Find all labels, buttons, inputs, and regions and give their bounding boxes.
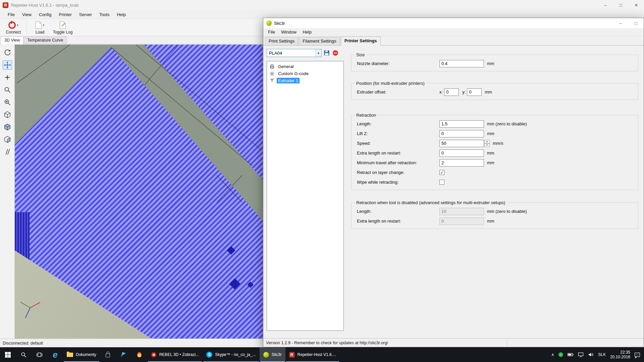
unit-label: mm: [487, 219, 494, 224]
connect-label: Connect: [6, 30, 21, 35]
search-button[interactable]: [16, 347, 32, 362]
antivirus-tray-button[interactable]: ✓: [558, 352, 563, 357]
antivirus-icon: ✓: [558, 352, 563, 357]
menu-printer[interactable]: Printer: [55, 12, 75, 17]
action-center-icon: [635, 353, 640, 357]
field-label: Length:: [357, 209, 439, 214]
delete-preset-button[interactable]: [332, 49, 339, 57]
x-label: x:: [439, 89, 443, 95]
menu-help[interactable]: Help: [300, 29, 315, 35]
minimize-icon[interactable]: –: [598, 0, 613, 10]
menu-server[interactable]: Server: [75, 12, 96, 17]
retract-layer-change-checkbox[interactable]: ✓: [439, 170, 444, 175]
skype-icon: S: [206, 352, 212, 358]
menu-file[interactable]: File: [4, 12, 18, 17]
search-icon: [20, 352, 27, 358]
lift-z-row: Lift Z: mm: [357, 129, 635, 138]
extra-length-input[interactable]: [439, 149, 484, 157]
mail-app-button[interactable]: [116, 347, 131, 362]
extruder-offset-y-input[interactable]: [467, 88, 482, 96]
tab-print-settings[interactable]: Print Settings: [265, 37, 298, 45]
menu-window[interactable]: Window: [278, 29, 300, 35]
language-indicator[interactable]: SLK: [598, 352, 606, 357]
side-view-icon[interactable]: [3, 135, 12, 144]
wipe-checkbox[interactable]: [439, 180, 444, 185]
disabled-length-row: Length: mm (zero to disable): [357, 206, 635, 216]
front-view-icon[interactable]: [3, 122, 12, 132]
taskbar-app-dokumenty[interactable]: Dokumenty: [63, 347, 100, 362]
feather-icon: [121, 352, 126, 357]
menu-help[interactable]: Help: [113, 12, 129, 17]
chevron-down-icon[interactable]: ▾: [315, 49, 321, 57]
taskbar-app-slic3r[interactable]: Slic3r: [260, 347, 285, 362]
extruder-offset-x-input[interactable]: [444, 88, 459, 96]
retraction-length-input[interactable]: [439, 120, 484, 128]
taskbar-app-skype[interactable]: S Skype™ - no_co_ja_...: [203, 347, 259, 362]
model-fragment: [247, 282, 253, 288]
task-view-button[interactable]: [32, 347, 47, 362]
menu-view[interactable]: View: [18, 12, 35, 17]
tray-expand-icon[interactable]: ∧: [551, 352, 554, 357]
taskbar-clock[interactable]: 22:35 20.10.2016: [610, 350, 630, 360]
3d-model-render[interactable]: [15, 45, 263, 339]
taskbar-app-rebel3d[interactable]: REBEL 3D • Zobrazi...: [147, 347, 203, 362]
network-tray-button[interactable]: [578, 352, 584, 357]
nozzle-diameter-input[interactable]: [439, 60, 484, 67]
toolbar-divider: [26, 21, 27, 34]
battery-tray-button[interactable]: [568, 353, 574, 357]
preset-dropdown[interactable]: PLA04 ▾: [267, 49, 322, 57]
store-button[interactable]: [100, 347, 116, 362]
save-preset-button[interactable]: [323, 49, 330, 57]
toggle-log-label: Toggle Log: [53, 30, 73, 35]
min-travel-row: Minimum travel after retraction: mm: [357, 158, 635, 168]
connect-button[interactable]: ▾ Connect: [3, 19, 24, 36]
tree-item-general[interactable]: General: [267, 63, 343, 70]
menu-config[interactable]: Config: [35, 12, 55, 17]
isometric-view-icon[interactable]: [3, 110, 12, 119]
action-center-button[interactable]: [635, 353, 640, 357]
taskbar-app-label: Skype™ - no_co_ja_...: [215, 352, 256, 357]
parallel-projection-icon[interactable]: [3, 147, 12, 157]
lift-z-input[interactable]: [439, 130, 484, 137]
flame-app-button[interactable]: [131, 347, 147, 362]
close-icon[interactable]: ✕: [629, 0, 644, 10]
spinner-down-icon[interactable]: ▼: [484, 143, 490, 147]
chevron-down-icon[interactable]: ▾: [43, 23, 44, 27]
model-fragment: [229, 278, 240, 290]
speed-input[interactable]: [439, 140, 484, 147]
zoom-selection-icon[interactable]: [3, 98, 12, 107]
tree-item-custom-gcode[interactable]: Custom G-code: [267, 70, 343, 77]
start-button[interactable]: [0, 347, 16, 362]
toggle-log-button[interactable]: Toggle Log: [52, 19, 73, 36]
taskbar-app-repetier[interactable]: R Repetier-Host V1.6....: [285, 347, 340, 362]
tab-printer-settings[interactable]: Printer Settings: [341, 37, 381, 46]
unit-label: mm: [487, 160, 494, 165]
chevron-down-icon[interactable]: ▾: [17, 23, 18, 27]
rotate-view-icon[interactable]: [3, 48, 12, 57]
move-viewpoint-icon[interactable]: [3, 73, 12, 82]
edge-button[interactable]: e: [47, 347, 63, 362]
spinner-up-icon[interactable]: ▲: [484, 140, 490, 143]
extra-length-row: Extra length on restart: mm: [357, 148, 635, 158]
slic3r-window: Slic3r – □ File Window Help Print Settin…: [263, 18, 644, 347]
tab-temperature-curve[interactable]: Temperature Curve: [23, 37, 67, 44]
position-group: Position (for multi-extruder printers) E…: [351, 81, 638, 100]
move-object-icon[interactable]: [3, 60, 12, 70]
load-button[interactable]: ▾ Load: [29, 19, 51, 36]
menu-file[interactable]: File: [265, 29, 278, 35]
repetier-icon: R: [289, 352, 295, 358]
extruder-offset-row: Extruder offset: x: y: mm: [357, 87, 635, 97]
z-axis-arrow: [25, 308, 31, 318]
volume-tray-button[interactable]: [588, 352, 594, 357]
field-label: Length:: [357, 121, 439, 126]
maximize-icon[interactable]: □: [628, 18, 644, 28]
menu-tools[interactable]: Tools: [96, 12, 113, 17]
maximize-icon[interactable]: □: [613, 0, 629, 10]
tab-3d-view[interactable]: 3D View: [1, 37, 23, 44]
zoom-icon[interactable]: [3, 85, 12, 95]
minimize-icon[interactable]: –: [613, 18, 628, 28]
min-travel-input[interactable]: [439, 159, 484, 167]
slic3r-settings-tabs: Print Settings Filament Settings Printer…: [263, 36, 644, 46]
tree-item-extruder-1[interactable]: Extruder 1: [267, 77, 343, 84]
tab-filament-settings[interactable]: Filament Settings: [299, 37, 340, 45]
